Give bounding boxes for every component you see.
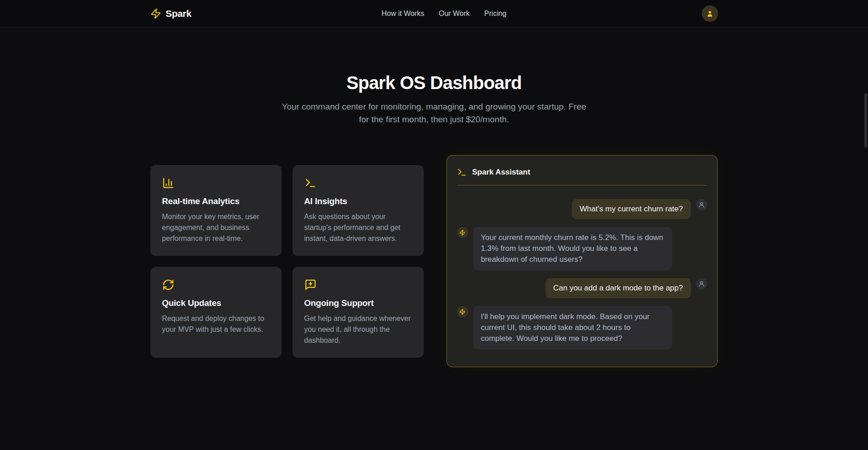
user-message-bubble: Can you add a dark mode to the app? xyxy=(546,278,690,298)
feature-description: Monitor your key metrics, user engagemen… xyxy=(162,211,270,244)
assistant-message-bubble: I'll help you implement dark mode. Based… xyxy=(473,306,672,350)
user-message-bubble: What's my current churn rate? xyxy=(572,199,690,219)
nav-link-pricing[interactable]: Pricing xyxy=(484,10,506,18)
main-nav: How it Works Our Work Pricing xyxy=(382,10,506,18)
features-grid: Real-time Analytics Monitor your key met… xyxy=(150,165,424,358)
chat-title: Spark Assistant xyxy=(472,168,531,177)
chat-header: Spark Assistant xyxy=(457,165,707,185)
user-icon xyxy=(698,280,705,287)
zap-icon xyxy=(459,230,466,236)
scrollbar-track xyxy=(863,0,868,450)
hero-section: Spark OS Dashboard Your command center f… xyxy=(0,73,868,126)
feature-description: Ask questions about your startup's perfo… xyxy=(304,211,412,244)
feature-title: Ongoing Support xyxy=(304,298,412,308)
chat-message-user: Can you add a dark mode to the app? xyxy=(457,278,707,298)
nav-link-our-work[interactable]: Our Work xyxy=(439,10,470,18)
zap-icon xyxy=(150,8,161,19)
assistant-avatar xyxy=(457,227,468,238)
feature-card-ai-insights: AI Insights Ask questions about your sta… xyxy=(293,165,424,256)
user-avatar xyxy=(696,278,707,290)
terminal-icon xyxy=(457,167,467,177)
feature-description: Get help and guidance whenever you need … xyxy=(304,313,412,346)
chat-message-user: What's my current churn rate? xyxy=(457,199,707,219)
chat-message-list: What's my current churn rate? xyxy=(457,199,707,350)
account-avatar-button[interactable] xyxy=(702,5,718,22)
main-content: Real-time Analytics Monitor your key met… xyxy=(150,155,718,367)
feature-description: Request and deploy changes to your MVP w… xyxy=(162,313,270,335)
message-square-plus-icon xyxy=(304,279,412,291)
feature-title: AI Insights xyxy=(304,196,412,206)
scrollbar-thumb[interactable] xyxy=(864,93,867,148)
header-container: Spark How it Works Our Work Pricing xyxy=(150,5,718,22)
spark-assistant-widget: Spark Assistant What's my current churn … xyxy=(446,155,718,367)
feature-title: Quick Updates xyxy=(162,298,270,308)
assistant-message-bubble: Your current monthly churn rate is 5.2%.… xyxy=(473,227,672,270)
hero-subtitle: Your command center for monitoring, mana… xyxy=(280,100,589,126)
logo[interactable]: Spark xyxy=(150,8,192,19)
assistant-avatar xyxy=(457,306,468,317)
zap-icon xyxy=(459,309,466,315)
user-avatar xyxy=(696,199,707,210)
chat-message-assistant: Your current monthly churn rate is 5.2%.… xyxy=(457,227,707,270)
feature-card-ongoing-support: Ongoing Support Get help and guidance wh… xyxy=(293,267,424,358)
page-title: Spark OS Dashboard xyxy=(0,73,868,93)
chat-message-assistant: I'll help you implement dark mode. Based… xyxy=(457,306,707,350)
site-header: Spark How it Works Our Work Pricing xyxy=(0,0,868,27)
nav-link-how-it-works[interactable]: How it Works xyxy=(382,10,424,18)
logo-text: Spark xyxy=(166,8,192,19)
user-icon xyxy=(698,201,705,208)
terminal-icon xyxy=(304,177,412,189)
bar-chart-icon xyxy=(162,177,270,189)
user-icon xyxy=(706,10,714,18)
feature-title: Real-time Analytics xyxy=(162,196,270,206)
feature-card-realtime-analytics: Real-time Analytics Monitor your key met… xyxy=(150,165,282,256)
refresh-icon xyxy=(162,279,270,291)
feature-card-quick-updates: Quick Updates Request and deploy changes… xyxy=(150,267,282,358)
